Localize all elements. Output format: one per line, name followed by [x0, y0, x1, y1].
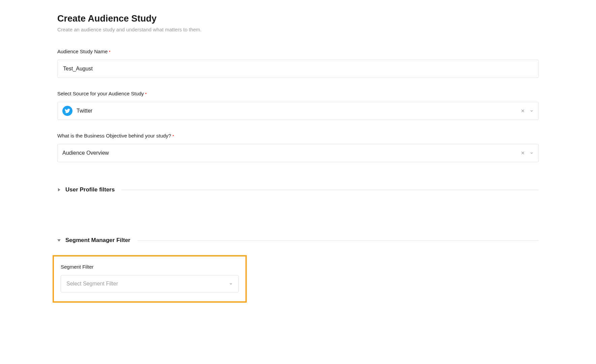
objective-select-value: Audience Overview	[62, 150, 109, 156]
svg-marker-0	[58, 188, 60, 191]
required-indicator-icon: •	[109, 50, 110, 54]
objective-field-group: What is the Business Objective behind yo…	[57, 133, 539, 162]
source-select[interactable]: Twitter ✕	[57, 102, 539, 120]
segment-filter-highlight: Segment Filter Select Segment Filter	[53, 255, 247, 303]
expand-toggle-icon	[57, 239, 61, 242]
twitter-icon	[62, 106, 72, 116]
user-profile-filters-title: User Profile filters	[65, 186, 115, 193]
section-divider	[121, 190, 539, 190]
study-name-label: Audience Study Name •	[57, 49, 539, 54]
collapse-toggle-icon	[57, 188, 61, 191]
segment-filter-select[interactable]: Select Segment Filter	[61, 275, 239, 293]
study-name-input[interactable]	[57, 60, 539, 78]
source-value-text: Twitter	[77, 108, 92, 114]
source-label-text: Select Source for your Audience Study	[57, 91, 144, 96]
segment-manager-filter-header[interactable]: Segment Manager Filter	[57, 237, 539, 244]
objective-select-controls: ✕	[520, 150, 534, 156]
clear-icon[interactable]: ✕	[520, 150, 526, 156]
required-indicator-icon: •	[145, 92, 147, 96]
chevron-down-icon[interactable]	[229, 282, 233, 286]
segment-manager-filter-title: Segment Manager Filter	[65, 237, 130, 244]
source-select-value: Twitter	[62, 106, 92, 116]
required-indicator-icon: •	[173, 134, 174, 138]
chevron-down-icon[interactable]	[530, 109, 534, 113]
page-title: Create Audience Study	[57, 13, 539, 24]
objective-label-text: What is the Business Objective behind yo…	[57, 133, 171, 139]
clear-icon[interactable]: ✕	[520, 108, 526, 114]
objective-value-text: Audience Overview	[62, 150, 109, 156]
segment-filter-label: Segment Filter	[61, 264, 239, 270]
user-profile-filters-header[interactable]: User Profile filters	[57, 186, 539, 193]
page-subtitle: Create an audience study and understand …	[57, 27, 539, 32]
svg-marker-1	[57, 239, 61, 242]
chevron-down-icon[interactable]	[530, 151, 534, 155]
segment-filter-placeholder: Select Segment Filter	[66, 281, 118, 287]
objective-select[interactable]: Audience Overview ✕	[57, 144, 539, 162]
study-name-label-text: Audience Study Name	[57, 49, 108, 54]
objective-label: What is the Business Objective behind yo…	[57, 133, 539, 139]
section-divider	[137, 240, 539, 241]
source-select-controls: ✕	[520, 108, 534, 114]
study-name-field-group: Audience Study Name •	[57, 49, 539, 78]
source-field-group: Select Source for your Audience Study • …	[57, 91, 539, 120]
source-label: Select Source for your Audience Study •	[57, 91, 539, 96]
